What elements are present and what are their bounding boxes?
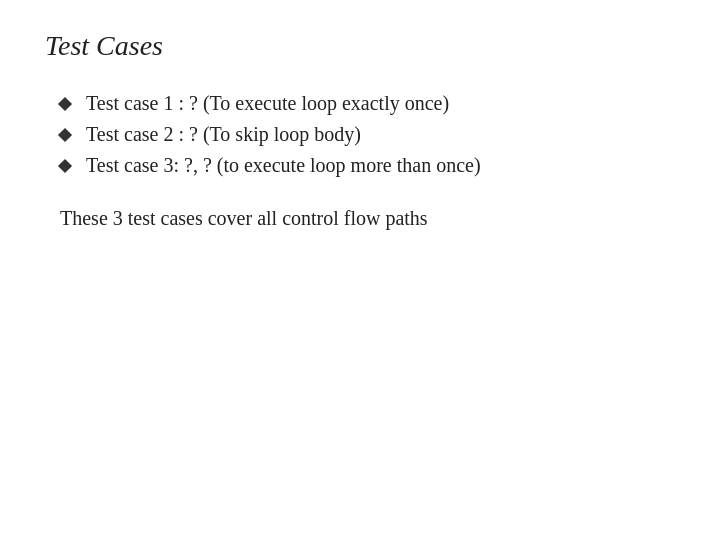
slide: Test Cases Test case 1 : ? (To execute l… (0, 0, 720, 540)
summary-text: These 3 test cases cover all control flo… (60, 207, 680, 230)
bullet-diamond-icon (58, 159, 72, 173)
slide-title: Test Cases (45, 30, 680, 62)
bullet-list: Test case 1 : ? (To execute loop exactly… (60, 92, 680, 177)
bullet-text-2: Test case 2 : ? (To skip loop body) (86, 123, 361, 146)
list-item-2: Test case 2 : ? (To skip loop body) (60, 123, 680, 146)
bullet-text-3: Test case 3: ?, ? (to execute loop more … (86, 154, 481, 177)
bullet-text-1: Test case 1 : ? (To execute loop exactly… (86, 92, 449, 115)
bullet-diamond-icon (58, 97, 72, 111)
list-item-3: Test case 3: ?, ? (to execute loop more … (60, 154, 680, 177)
bullet-diamond-icon (58, 128, 72, 142)
list-item-1: Test case 1 : ? (To execute loop exactly… (60, 92, 680, 115)
